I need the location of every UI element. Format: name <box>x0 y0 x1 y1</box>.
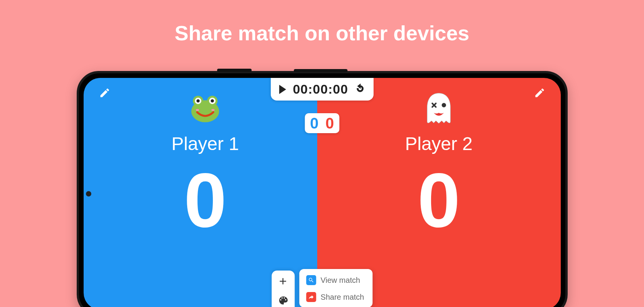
bottom-cluster: + View match Share match <box>272 269 372 307</box>
play-icon[interactable] <box>279 85 286 94</box>
mini-score-p1: 0 <box>310 116 318 131</box>
add-button[interactable]: + <box>277 275 289 287</box>
view-match-label: View match <box>321 276 360 285</box>
edit-player2-icon[interactable] <box>534 87 545 99</box>
mini-scoreboard: 0 0 <box>305 113 339 133</box>
player2-score: 0 <box>417 162 460 239</box>
view-match-icon <box>306 275 316 285</box>
svg-point-9 <box>442 103 446 107</box>
player2-name: Player 2 <box>405 133 473 154</box>
player1-score: 0 <box>184 162 226 239</box>
phone-frame: Player 1 0 Player 2 0 00:00:00 <box>77 71 568 307</box>
timer-display: 00:00:00 <box>293 82 348 97</box>
svg-point-5 <box>196 99 199 102</box>
svg-point-7 <box>196 109 199 111</box>
bottom-toolbar: + <box>272 271 295 307</box>
share-match-item[interactable]: Share match <box>306 292 364 302</box>
share-match-label: Share match <box>321 293 364 302</box>
player1-name: Player 1 <box>171 133 239 154</box>
promo-headline: Share match on other devices <box>0 0 644 45</box>
share-popup: View match Share match <box>299 269 372 307</box>
app-screen: Player 1 0 Player 2 0 00:00:00 <box>84 78 561 307</box>
svg-point-8 <box>211 109 214 111</box>
svg-point-6 <box>211 99 214 102</box>
mini-score-p2: 0 <box>326 116 334 131</box>
player2-avatar-ghost-icon <box>423 92 454 126</box>
phone-camera-dot <box>86 191 91 196</box>
view-match-item[interactable]: View match <box>306 275 364 285</box>
palette-icon[interactable] <box>277 294 289 307</box>
player1-avatar-frog-icon <box>189 92 222 126</box>
timer-bar: 00:00:00 <box>270 78 373 101</box>
edit-player1-icon[interactable] <box>99 87 110 99</box>
reset-timer-icon[interactable] <box>355 84 365 95</box>
share-match-icon <box>306 292 316 302</box>
